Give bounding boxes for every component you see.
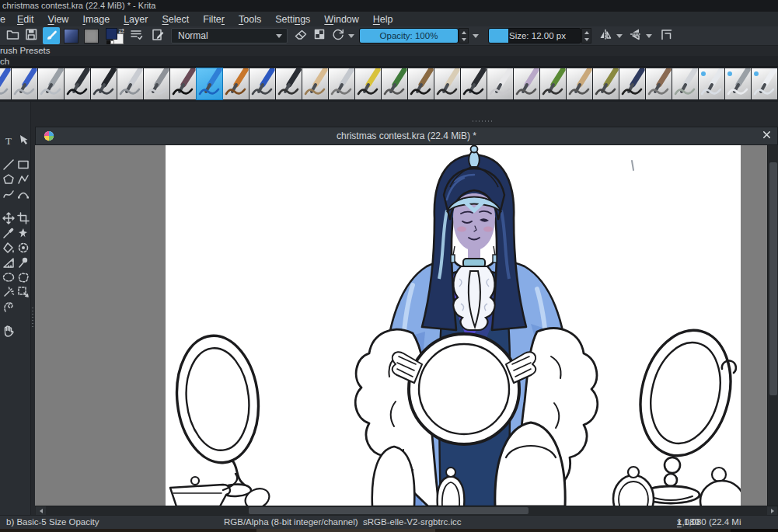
gradient-swatch[interactable] [64, 29, 78, 43]
outline-select-tool[interactable] [16, 269, 30, 284]
menu-view[interactable]: View [41, 14, 76, 25]
menu-window[interactable]: Window [317, 14, 365, 25]
horizontal-scrollbar-thumb[interactable] [249, 507, 529, 514]
menu-file-fragment[interactable]: e [0, 14, 10, 25]
contiguous-select-tool[interactable] [1, 284, 16, 299]
brush-preset-10[interactable] [249, 68, 275, 99]
blending-mode-select[interactable]: Normal [171, 28, 288, 43]
brush-preset-11[interactable] [276, 68, 302, 99]
freehand-brush-tool-button[interactable] [43, 27, 60, 44]
reload-preset-button[interactable] [330, 27, 347, 44]
brush-preset-22[interactable] [567, 68, 592, 99]
brush-preset-25[interactable] [646, 68, 672, 99]
ellipse-select-tool[interactable] [1, 269, 16, 284]
measure-tool[interactable] [1, 255, 16, 269]
reload-caret-icon[interactable] [348, 34, 354, 38]
mirror-horizontal-button[interactable] [597, 27, 614, 44]
brush-preset-26[interactable] [672, 68, 698, 99]
image-size-label[interactable]: 1,080 x 1,080 (22.4 Mi [677, 516, 682, 529]
menu-help[interactable]: Help [366, 14, 400, 25]
brush-preset-19[interactable] [487, 68, 513, 99]
brush-preset-4[interactable] [91, 68, 117, 99]
docker-splitter-handle[interactable] [473, 120, 493, 122]
brush-preset-18[interactable] [461, 68, 487, 99]
pan-tool[interactable] [1, 323, 16, 338]
scroll-right-button[interactable] [767, 506, 777, 515]
fill-tool[interactable] [1, 240, 16, 255]
wrap-around-button[interactable] [658, 27, 675, 44]
menu-tools[interactable]: Tools [232, 14, 268, 25]
toolbox-splitter-handle[interactable] [32, 308, 33, 328]
horizontal-scrollbar[interactable] [35, 506, 778, 515]
magnetic-select-tool[interactable] [1, 299, 16, 314]
brush-preset-29[interactable] [752, 68, 777, 99]
vertical-scrollbar[interactable] [767, 145, 778, 506]
brush-preset-12[interactable] [302, 68, 328, 99]
line-tool[interactable] [1, 157, 16, 172]
size-slider[interactable]: Size: 12.00 px [488, 28, 581, 43]
vertical-scrollbar-thumb[interactable] [769, 162, 777, 395]
opacity-spinbox[interactable] [459, 28, 469, 43]
brush-preset-0[interactable] [0, 68, 11, 99]
mirror-vertical-button[interactable] [626, 27, 644, 44]
preserve-alpha-button[interactable] [311, 27, 328, 44]
eraser-mode-button[interactable] [292, 27, 309, 44]
brush-preset-24[interactable] [619, 68, 645, 99]
brush-preset-9[interactable] [223, 68, 249, 99]
freehand-path-tool[interactable] [1, 186, 16, 201]
opacity-caret-icon[interactable] [473, 34, 479, 38]
brush-preset-6[interactable] [144, 68, 169, 99]
brush-preset-23[interactable] [593, 68, 619, 99]
menu-layer[interactable]: Layer [117, 14, 155, 25]
crop-tool[interactable] [16, 210, 30, 225]
brush-preset-1[interactable] [12, 68, 37, 99]
edit-shapes-tool[interactable] [16, 133, 30, 148]
brush-preset-17[interactable] [434, 68, 460, 99]
brush-preset-8[interactable] [197, 68, 222, 99]
reference-images-tool[interactable] [16, 255, 30, 269]
brush-preset-5[interactable] [117, 68, 143, 99]
brush-preset-13[interactable] [329, 68, 354, 99]
mirror-horizontal-caret-icon[interactable] [616, 34, 623, 38]
size-spinbox[interactable] [581, 28, 591, 43]
brush-preset-21[interactable] [540, 68, 566, 99]
workspace-chooser-button[interactable] [127, 27, 145, 44]
brush-preset-3[interactable] [65, 68, 90, 99]
menu-image[interactable]: Image [75, 14, 117, 25]
foreground-background-colors[interactable]: ⇄ [106, 28, 124, 45]
text-tool[interactable]: T [1, 133, 16, 148]
canvas[interactable] [166, 145, 741, 506]
enclose-fill-tool[interactable] [16, 240, 30, 255]
brush-preset-16[interactable] [408, 68, 434, 99]
menu-edit[interactable]: Edit [10, 14, 41, 25]
brush-editor-button[interactable] [149, 27, 166, 44]
color-picker-tool[interactable] [1, 225, 16, 240]
brush-preset-28[interactable] [725, 68, 751, 99]
canvas-viewport[interactable] [35, 145, 767, 506]
bezier-curve-tool[interactable] [16, 186, 30, 201]
menu-filter[interactable]: Filter [196, 14, 232, 25]
brush-preset-2[interactable] [38, 68, 64, 99]
polyline-tool[interactable] [16, 172, 30, 186]
rectangle-tool[interactable] [16, 157, 30, 172]
menu-settings[interactable]: Settings [268, 14, 317, 25]
pattern-swatch[interactable] [84, 29, 99, 43]
brush-preset-20[interactable] [514, 68, 539, 99]
scroll-left-button[interactable] [36, 506, 46, 515]
move-tool[interactable] [1, 210, 16, 225]
menu-select[interactable]: Select [155, 14, 196, 25]
brush-preset-14[interactable] [355, 68, 381, 99]
opacity-slider[interactable]: Opacity: 100% [359, 28, 459, 43]
document-window-titlebar[interactable]: christmas contest.kra (22.4 MiB) * [35, 127, 778, 145]
brush-preset-15[interactable] [382, 68, 407, 99]
opacity-label: Opacity: 100% [360, 29, 458, 43]
save-button[interactable] [23, 27, 40, 44]
brush-presets-search-field[interactable]: ch [0, 56, 778, 67]
smart-patch-tool[interactable] [16, 225, 30, 240]
open-button[interactable] [4, 27, 21, 44]
mirror-vertical-caret-icon[interactable] [646, 34, 652, 38]
brush-preset-27[interactable] [699, 68, 724, 99]
polygon-tool[interactable] [1, 172, 16, 186]
brush-preset-7[interactable] [170, 68, 196, 99]
similar-select-tool[interactable] [16, 284, 30, 299]
